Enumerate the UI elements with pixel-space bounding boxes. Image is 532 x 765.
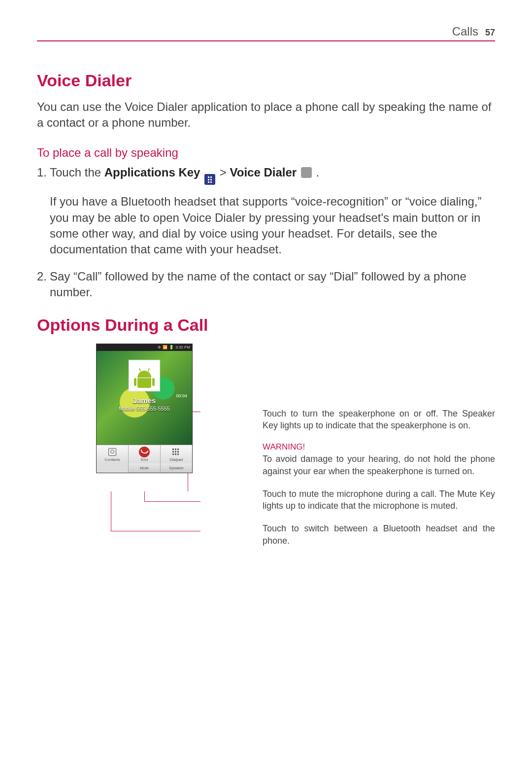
header-page-number: 57 (485, 28, 495, 38)
page-header: Calls 57 (37, 25, 495, 41)
dialpad-icon (172, 449, 180, 455)
section-title-voice-dialer: Voice Dialer (37, 71, 495, 90)
warning-label: WARNING! (263, 442, 495, 452)
step-text: Say “Call” followed by the name of the c… (50, 269, 495, 301)
end-call-button[interactable]: End (129, 445, 161, 463)
step-1-detail: If you have a Bluetooth headset that sup… (50, 194, 495, 258)
call-button-row: Contacts End Dialpad (97, 445, 192, 463)
callout-speaker: Touch to turn the speakerphone on or off… (263, 408, 495, 432)
mute-button[interactable]: Mute (129, 463, 161, 473)
callout-mute: Touch to mute the microphone during a ca… (263, 488, 495, 512)
callout-line (111, 491, 111, 531)
step-number: 2. (37, 269, 50, 301)
section-title-options: Options During a Call (37, 315, 495, 335)
contacts-icon (108, 448, 116, 456)
android-icon (133, 371, 155, 390)
call-button-row-2: Mute Speaker (97, 463, 192, 473)
status-bar: ⊕ 📶 🔋 3:32 PM (97, 344, 192, 351)
status-icon: ⊕ (158, 345, 161, 349)
dialpad-label: Dialpad (161, 457, 192, 462)
subheading-place-call: To place a call by speaking (37, 146, 495, 160)
call-background: 00:04 James Mobile 555-555-5555 (97, 351, 192, 445)
caller-number: Mobile 555-555-5555 (119, 406, 170, 412)
call-timer: 00:04 (176, 393, 187, 398)
speaker-button[interactable]: Speaker (161, 463, 192, 473)
warning-text: To avoid damage to your hearing, do not … (263, 453, 495, 477)
step1-pre: Touch the (50, 166, 104, 179)
callout-line (111, 531, 200, 531)
applications-key-icon (204, 174, 215, 185)
voice-dialer-icon (301, 167, 312, 178)
bluetooth-toggle[interactable] (97, 463, 129, 473)
dialpad-button[interactable]: Dialpad (161, 445, 192, 463)
callout-line (144, 501, 200, 502)
step-1: 1. Touch the Applications Key > Voice Di… (37, 165, 495, 185)
callout-line (144, 491, 145, 501)
options-layout: ⊕ 📶 🔋 3:32 PM 00:04 James Mobile 555-555… (37, 344, 495, 557)
end-call-icon (139, 447, 150, 457)
contact-avatar (129, 360, 160, 391)
contacts-button[interactable]: Contacts (97, 445, 129, 463)
step1-mid: > (216, 166, 230, 179)
step1-post: . (313, 166, 319, 179)
contacts-label: Contacts (97, 457, 128, 462)
caller-name: James (133, 396, 156, 405)
header-section: Calls (452, 25, 478, 38)
in-call-screen: ⊕ 📶 🔋 3:32 PM 00:04 James Mobile 555-555… (96, 344, 193, 473)
status-icon: 📶 (163, 345, 167, 349)
end-label: End (129, 457, 160, 462)
status-icon: 🔋 (169, 345, 174, 349)
step-number: 1. (37, 165, 50, 185)
voice-dialer-label: Voice Dialer (230, 166, 297, 179)
intro-paragraph: You can use the Voice Dialer application… (37, 99, 495, 131)
step-text: Touch the Applications Key > Voice Diale… (50, 165, 495, 185)
step-2: 2. Say “Call” followed by the name of th… (37, 269, 495, 301)
applications-key-label: Applications Key (104, 166, 200, 179)
status-time: 3:32 PM (175, 345, 190, 349)
callout-bluetooth: Touch to switch between a Bluetooth head… (263, 522, 495, 547)
